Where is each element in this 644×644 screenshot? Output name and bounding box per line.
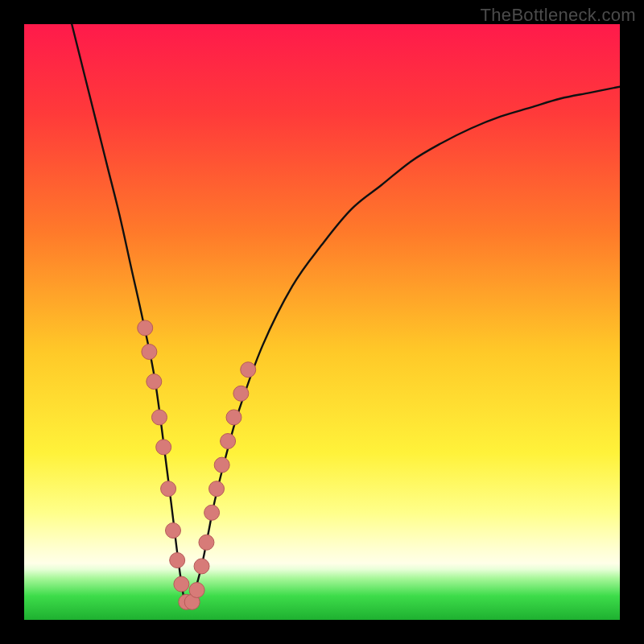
marker-dot xyxy=(204,505,220,520)
marker-dot xyxy=(166,523,181,539)
plot-area xyxy=(24,24,620,620)
marker-dot xyxy=(142,345,157,360)
marker-dot xyxy=(161,481,176,497)
curve-layer xyxy=(24,24,620,620)
marker-dot xyxy=(214,457,229,473)
marker-dot xyxy=(233,386,249,401)
marker-dot xyxy=(151,410,167,425)
marker-dot xyxy=(156,440,171,455)
marker-dot xyxy=(226,410,242,425)
marker-dot xyxy=(174,576,189,592)
marker-dot xyxy=(189,583,204,598)
marker-dot xyxy=(138,320,153,336)
marker-dot xyxy=(147,374,162,390)
marker-dot xyxy=(199,535,214,550)
outer-frame: TheBottleneck.com xyxy=(0,0,644,644)
marker-group xyxy=(138,320,256,609)
watermark-text: TheBottleneck.com xyxy=(481,5,636,26)
bottleneck-curve xyxy=(72,24,620,605)
marker-dot xyxy=(209,481,225,497)
marker-dot xyxy=(170,553,185,568)
marker-dot xyxy=(241,362,256,378)
marker-dot xyxy=(194,559,209,574)
marker-dot xyxy=(221,434,236,449)
